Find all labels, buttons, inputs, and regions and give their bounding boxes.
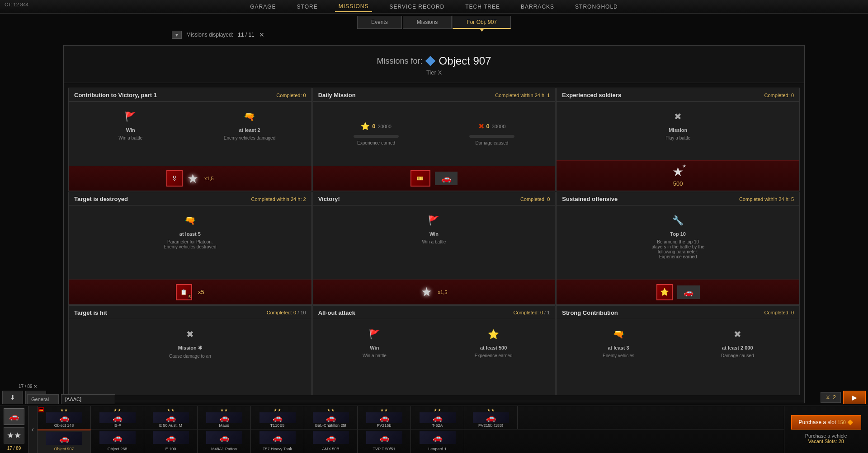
mission-card-header-6: Sustained offensive Completed within 24 … (557, 192, 799, 205)
reward-badge-2: 🎫 (410, 170, 430, 187)
obj-strong-label1: at least 3 (608, 345, 629, 350)
reward-star-1: ★ (187, 171, 198, 186)
tank-name: T110E5 (253, 423, 302, 427)
mission-title-7: Target is hit (74, 309, 107, 316)
tab-for-obj907[interactable]: For Obj. 907 (453, 16, 511, 29)
obj-victory-desc: Win a battle (422, 239, 446, 244)
mission-body-8: 🚩 Win Win a battle ⭐ at least 500 Experi… (313, 319, 556, 395)
tank-image: 🚗 (206, 412, 242, 423)
tank-slot-obj907[interactable]: 🚗 Object 907 (38, 430, 91, 453)
nav-barracks[interactable]: BARRACKS (517, 2, 558, 12)
tank-stars: ★★ (487, 408, 495, 412)
tank-name: TVP T 50/51 (359, 447, 409, 451)
filter-button[interactable]: ▼ (172, 31, 182, 39)
tank-image: 🚗 (366, 412, 402, 423)
tank-slot-tvp[interactable]: 🚗 TVP T 50/51 (358, 430, 411, 453)
dmg-current: 0 (486, 123, 490, 130)
purchase-slot-button[interactable]: Purchase a slot 150 🔶 (791, 415, 861, 430)
tank-name: T57 Heavy Tank (253, 447, 302, 451)
tank-image: 🚗 (259, 431, 296, 444)
garage-right-panel: Purchase a slot 150 🔶 Purchase a vehicle… (784, 406, 868, 453)
tank-stars: ★★ (380, 408, 388, 412)
objective-destroy: 🔫 at least 5 Parameter for Platoon: Enem… (73, 212, 307, 249)
tank-name: Object 907 (39, 447, 89, 451)
fight-button[interactable]: ▶ (843, 391, 866, 404)
filter-close-button[interactable]: ✕ (259, 31, 264, 38)
tank-slot-is[interactable]: ★★ 🚗 IS-# (91, 406, 144, 429)
obj-destroy-desc: Parameter for Platoon: Enemy vehicles de… (163, 239, 217, 249)
reward-multiplier-1: x1,5 (204, 176, 214, 181)
mission-card-header-9: Strong Contribution Completed: 0 (557, 306, 799, 319)
obj-exp-desc: Experience earned (357, 140, 395, 145)
chat-channel-selector[interactable]: General (27, 394, 59, 404)
chat-input-area: General (27, 394, 115, 404)
tank-slot-t110e5[interactable]: ★★ 🚗 T110E5 (251, 406, 304, 429)
mission-header-title: Missions for: Object 907 (64, 55, 804, 67)
objective-top10: 🔧 Top 10 Be among the top 10 players in … (561, 212, 795, 259)
tank-slot-fv215b183[interactable]: ★★ 🚗 FV215b (183) (464, 406, 518, 429)
reward-bar-5: ★ x1,5 (313, 280, 556, 304)
obj-damage-desc: Enemy vehicles damaged (224, 135, 276, 140)
obj-win-label: Win (126, 127, 135, 133)
nav-store[interactable]: STORE (293, 2, 321, 12)
tank-name: M48A1 Patton (199, 447, 249, 451)
tab-arrow (479, 28, 485, 32)
tab-missions[interactable]: Missions (403, 16, 452, 29)
mission-title-8: All-out attack (318, 309, 355, 316)
reward-bar-3: ★ ★ 500 (557, 160, 799, 191)
tank-stars: ★★ (220, 408, 228, 412)
missions-for-label: Missions for: (377, 56, 422, 66)
mission-title-9: Strong Contribution (562, 309, 618, 316)
tank-name: FV215b (359, 423, 409, 427)
mission-body-4: 🔫 at least 5 Parameter for Platoon: Enem… (69, 205, 311, 279)
obj-strong-desc1: Enemy vehicles (603, 353, 634, 358)
mission-card-header-4: Target is destroyed Completed within 24 … (69, 192, 311, 205)
tank-image: 🚗 (99, 412, 136, 423)
mission-status-5: Completed: 0 (520, 196, 550, 202)
garage-secondary-button[interactable]: ★★ (4, 427, 24, 444)
tank-slot-object148[interactable]: 🇩🇪 ★★ 🚗 Object 148 (38, 406, 91, 429)
scroll-left-button[interactable]: ‹ (28, 406, 38, 453)
garage-bar: 🚗 ★★ 17 / 89 ‹ 🇩🇪 ★★ 🚗 Object 148 ★★ 🚗 I… (0, 406, 868, 453)
tank-name: Maus (199, 423, 249, 427)
tank-slot-batchat[interactable]: ★★ 🚗 Bat.-Châtillon 25t (304, 406, 358, 429)
missions-displayed-label: Missions displayed: (186, 32, 233, 38)
mission-status-9: Completed: 0 (764, 310, 794, 315)
nav-service-record[interactable]: SERVICE RECORD (386, 2, 448, 12)
tank-slot-e100[interactable]: 🚗 E 100 (144, 430, 198, 453)
mission-body-5: 🚩 Win Win a battle (313, 205, 556, 279)
tank-slot-obj268[interactable]: 🚗 Object 268 (91, 430, 144, 453)
obj-hit-label: Mission ✱ (178, 345, 202, 351)
battles-count-display: ⚔ 2 (821, 392, 841, 403)
tank-slot-maus[interactable]: ★★ 🚗 Maus (198, 406, 251, 429)
tab-events[interactable]: Events (357, 16, 402, 29)
tank-slot-m48a1[interactable]: 🚗 M48A1 Patton (198, 430, 251, 453)
mission-card-target-hit: Target is hit Completed: 0 / 10 ✖ Missio… (68, 305, 312, 395)
obj-destroy-label: at least 5 (179, 231, 201, 237)
mission-header: Missions for: Object 907 Tier X (64, 46, 804, 83)
tank-image: 🚗 (420, 412, 456, 423)
mission-body-1: 🚩 Win Win a battle 🔫 at least 2 Enemy ve… (69, 102, 311, 166)
tank-name: Object 268 (93, 447, 142, 451)
download-button[interactable]: ⬇ (2, 391, 23, 404)
nav-missions[interactable]: MISSIONS (335, 1, 373, 12)
mission-title-1: Contribution to Victory, part 1 (74, 92, 157, 98)
chat-input-field[interactable] (61, 394, 115, 404)
mission-body-9: 🔫 at least 3 Enemy vehicles ✖ at least 2… (557, 319, 799, 395)
mission-title-3: Experienced soldiers (562, 92, 621, 98)
mission-card-daily: Daily Mission Completed within 24 h: 1 ⭐… (312, 88, 556, 191)
tank-slot-fv215b[interactable]: ★★ 🚗 FV215b (358, 406, 411, 429)
nav-tech-tree[interactable]: TECH TREE (462, 2, 504, 12)
tank-slot-t57[interactable]: 🚗 T57 Heavy Tank (251, 430, 304, 453)
mission3-icon: ✖ (670, 108, 686, 125)
tank-slot-leopard1[interactable]: 🚗 Leopard 1 (411, 430, 464, 453)
nav-garage[interactable]: GARAGE (246, 2, 279, 12)
garage-tank-button[interactable]: 🚗 (4, 408, 24, 425)
tank-image: 🚗 (313, 412, 349, 423)
tank-name: E 100 (146, 447, 195, 451)
tank-slot-amx50b[interactable]: 🚗 AMX 50B (304, 430, 358, 453)
mission-title-4: Target is destroyed (74, 196, 128, 202)
nav-stronghold[interactable]: STRONGHOLD (571, 2, 622, 12)
tank-slot-e50[interactable]: ★★ 🚗 E 50 Aust. M (144, 406, 198, 429)
tank-slot-t62a[interactable]: ★★ 🚗 T-62A (411, 406, 464, 429)
